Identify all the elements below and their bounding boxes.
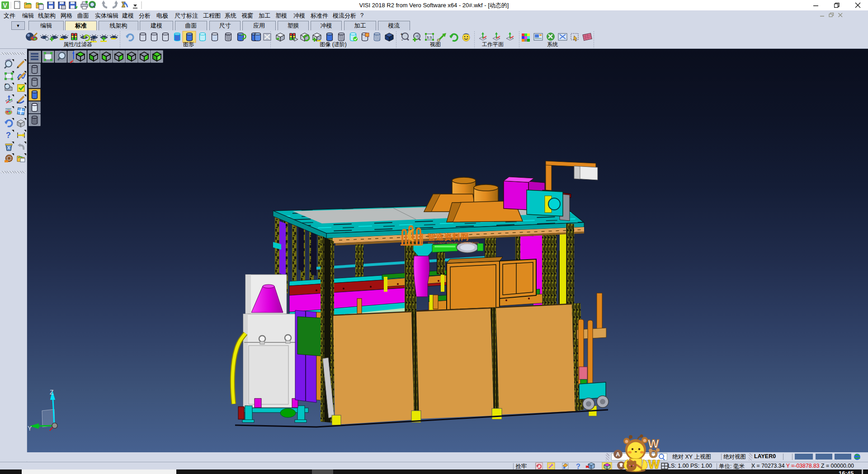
svg-text:?: ? [576,463,580,470]
svg-text:Y: Y [28,425,32,432]
svg-text:智造资料网: 智造资料网 [427,232,469,242]
svg-text:?: ? [6,131,11,140]
svg-text:Z: Z [50,389,54,396]
svg-text:W: W [648,458,660,471]
svg-text:+: + [5,82,7,86]
svg-text:A: A [616,451,620,458]
svg-text:INTELLIGENT MANUFACTURING DATA: INTELLIGENT MANUFACTURING DATA [428,241,479,244]
